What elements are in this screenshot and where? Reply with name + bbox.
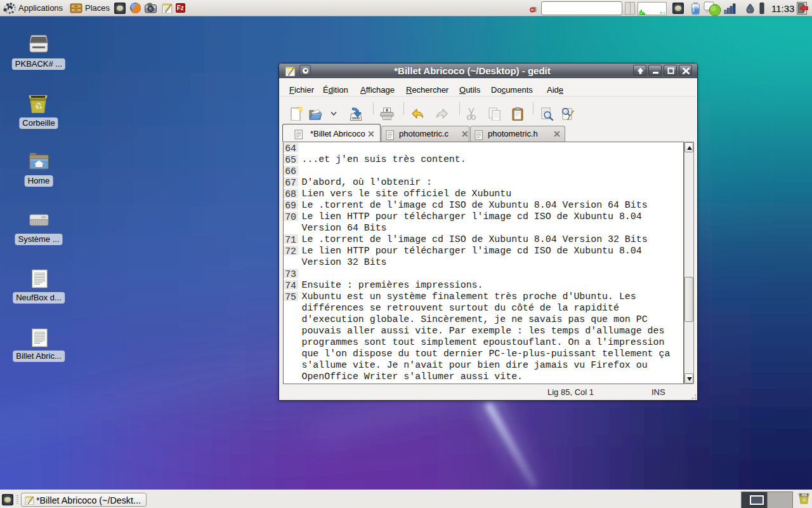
svg-text:Fz: Fz (177, 4, 184, 11)
